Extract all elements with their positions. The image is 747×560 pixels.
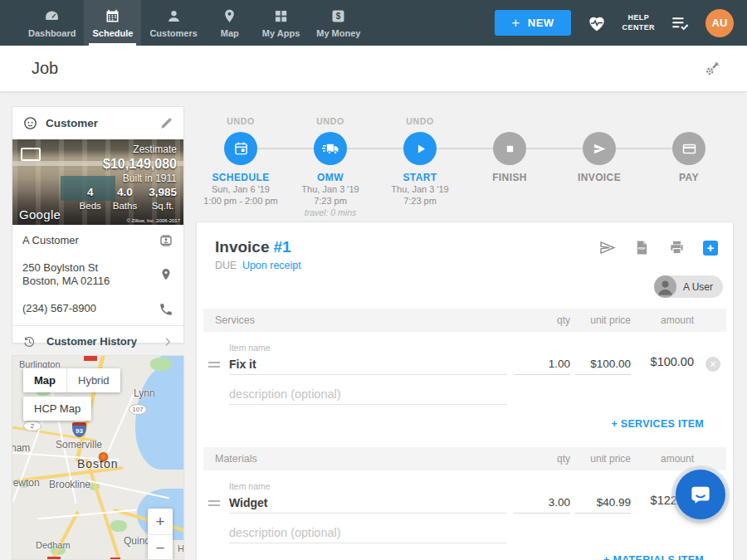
item-description-input[interactable]: [229, 383, 507, 405]
top-nav: Dashboard Schedule Customers Map My Apps…: [0, 0, 747, 46]
step-date: Thu, Jan 3 '19: [301, 183, 359, 195]
nav-item-map[interactable]: Map: [206, 0, 254, 46]
customer-card: Customer Zestimate $10,149,080 Built in …: [12, 106, 184, 343]
item-name-input[interactable]: [229, 492, 507, 514]
edit-pencil-icon[interactable]: [159, 116, 173, 131]
nav-item-customers[interactable]: Customers: [141, 0, 205, 46]
step-date: Sun, Jan 6 '19: [212, 183, 270, 195]
start-step-button[interactable]: [403, 132, 437, 165]
google-logo: Google: [19, 207, 61, 222]
tasks-button[interactable]: [670, 12, 691, 33]
map-label-dedham: Dedham: [36, 540, 71, 550]
nav-item-my-money[interactable]: $ My Money: [308, 0, 369, 46]
contact-card-icon[interactable]: [159, 233, 173, 248]
help-center-button[interactable]: HELP CENTER: [622, 13, 655, 32]
undo-omw-link[interactable]: UNDO: [316, 116, 344, 126]
add-materials-item-link[interactable]: + MATERIALS ITEM: [603, 554, 704, 560]
item-description-input[interactable]: [229, 522, 507, 543]
credit-card-icon-button[interactable]: [672, 132, 706, 165]
map-label-brookline: Brookline: [49, 479, 90, 490]
item-name-input[interactable]: [229, 353, 507, 375]
zestimate-overlay: Zestimate $10,149,080 Built in 1911 4Bed…: [80, 144, 177, 212]
step-label: INVOICE: [578, 172, 621, 183]
add-services-item-link[interactable]: + SERVICES ITEM: [611, 418, 704, 430]
hcp-map-button[interactable]: HCP Map: [23, 397, 91, 421]
phone-icon[interactable]: [159, 302, 173, 317]
customer-phone-row: (234) 567-8900: [22, 295, 173, 324]
stat-beds: 4Beds: [80, 186, 101, 212]
item-name-label: Item name: [229, 481, 271, 491]
health-heart-button[interactable]: [586, 12, 608, 34]
unit-price-input[interactable]: [575, 353, 631, 375]
user-avatar[interactable]: AU: [706, 9, 734, 37]
step-label: SCHEDULE: [212, 172, 269, 183]
omw-step-button[interactable]: [314, 132, 347, 165]
customer-name: A Customer: [22, 234, 79, 247]
undo-start-link[interactable]: UNDO: [406, 116, 433, 126]
nav-item-schedule[interactable]: Schedule: [84, 0, 141, 46]
nav-item-label: My Apps: [262, 28, 300, 38]
invoice-title: Invoice#1: [215, 238, 291, 256]
step-label: PAY: [679, 172, 699, 183]
job-progress-timeline: UNDO SCHEDULE Sun, Jan 6 '19 1:00 pm - 2…: [196, 108, 734, 220]
assignee-name: A User: [676, 281, 723, 293]
qty-input[interactable]: [514, 492, 570, 514]
finish-step-button[interactable]: [493, 132, 526, 165]
schedule-step-button[interactable]: [224, 132, 257, 165]
map-label-waltham: ham: [12, 442, 30, 454]
add-invoice-button[interactable]: +: [703, 241, 718, 256]
new-button[interactable]: + NEW: [495, 10, 570, 36]
location-pin-icon[interactable]: [159, 267, 173, 282]
step-label: START: [403, 172, 437, 183]
built-year: Built in 1911: [80, 173, 177, 185]
map-panel[interactable]: 107 2 93 Burlington Lynn ham Somerville …: [12, 355, 184, 560]
streetview-icon: [21, 148, 41, 161]
zoom-out-button[interactable]: −: [148, 535, 173, 560]
timeline-step-finish: FINISH: [465, 108, 554, 218]
zoom-in-button[interactable]: +: [148, 509, 173, 534]
unit-price-column-header: unit price: [590, 453, 631, 465]
job-settings-icon[interactable]: [703, 59, 722, 78]
map-type-map-button[interactable]: Map: [23, 368, 66, 392]
due-terms-link[interactable]: Upon receipt: [242, 260, 301, 271]
invoice-number: #1: [273, 238, 290, 256]
help-center-line2: CENTER: [622, 23, 655, 32]
map-label-boston: Boston: [77, 457, 119, 470]
timeline-step-omw: UNDO OMW Thu, Jan 3 '19 7:23 pm travel: …: [286, 108, 375, 218]
checklist-icon: [670, 12, 691, 33]
map-type-control: Map Hybrid: [23, 368, 120, 392]
customer-history-row[interactable]: Customer History: [22, 326, 173, 358]
dashboard-icon: [43, 7, 61, 25]
amount-column-header: amount: [661, 453, 694, 465]
property-photo[interactable]: Zestimate $10,149,080 Built in 1911 4Bed…: [12, 139, 183, 225]
section-name: Materials: [215, 453, 257, 465]
nav-item-my-apps[interactable]: My Apps: [254, 0, 308, 46]
due-label: DUE: [215, 260, 237, 271]
invoice-due: DUE Upon receipt: [215, 260, 301, 271]
customer-card-header: Customer: [12, 107, 183, 139]
chat-launcher-button[interactable]: [676, 470, 725, 519]
map-pin-icon: [221, 7, 238, 25]
nav-right: + NEW HELP CENTER AU: [495, 0, 747, 46]
amount-column-header: amount: [661, 314, 694, 326]
step-time: 1:00 pm - 2:00 pm: [203, 195, 277, 207]
qty-input[interactable]: [514, 353, 570, 375]
print-icon[interactable]: [668, 239, 686, 256]
nav-item-dashboard[interactable]: Dashboard: [20, 0, 84, 46]
drag-handle[interactable]: [208, 362, 220, 370]
svg-text:PDF: PDF: [638, 246, 646, 251]
drag-handle[interactable]: [208, 500, 220, 509]
assignee-pill[interactable]: A User: [654, 275, 723, 298]
section-name: Services: [215, 314, 255, 326]
delete-line-item-button[interactable]: ✕: [706, 357, 720, 372]
map-type-hybrid-button[interactable]: Hybrid: [66, 368, 120, 392]
unit-price-input[interactable]: [575, 492, 631, 514]
page-title: Job: [32, 59, 58, 78]
pdf-icon[interactable]: PDF: [633, 239, 651, 256]
route-2-badge: 2: [23, 421, 42, 431]
undo-schedule-link[interactable]: UNDO: [227, 116, 254, 126]
qty-column-header: qty: [557, 453, 570, 465]
invoice-step-button[interactable]: [583, 132, 616, 165]
send-invoice-icon[interactable]: [598, 239, 616, 256]
step-label: OMW: [317, 172, 344, 183]
